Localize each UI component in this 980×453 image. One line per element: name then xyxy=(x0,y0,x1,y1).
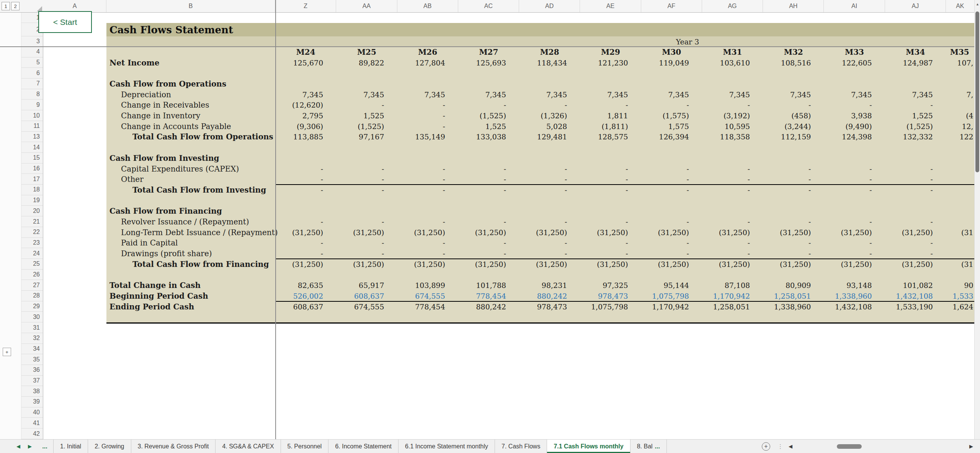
value-cell[interactable]: 1,525 xyxy=(336,110,397,121)
value-cell[interactable]: (31,250) xyxy=(519,227,580,238)
value-cell[interactable]: - xyxy=(641,216,702,227)
value-cell[interactable]: 1,075,798 xyxy=(641,291,702,301)
value-cell[interactable]: 10,595 xyxy=(702,121,763,132)
value-cell-clipped[interactable] xyxy=(946,100,975,111)
value-cell[interactable]: (31,250) xyxy=(763,227,824,238)
column-header-AJ[interactable]: AJ xyxy=(885,0,946,12)
value-cell[interactable]: - xyxy=(397,216,458,227)
value-cell[interactable]: 135,149 xyxy=(397,132,458,142)
value-cell[interactable]: - xyxy=(458,185,519,195)
value-cell[interactable]: (31,250) xyxy=(763,259,824,270)
row-header-41[interactable]: 41 xyxy=(21,418,43,429)
value-cell[interactable]: 124,398 xyxy=(824,132,885,142)
value-cell[interactable]: 1,432,108 xyxy=(824,301,885,312)
value-cell[interactable]: - xyxy=(885,185,946,195)
value-cell[interactable]: (31,250) xyxy=(824,227,885,238)
value-cell[interactable]: 129,481 xyxy=(519,132,580,142)
value-cell[interactable]: 125,670 xyxy=(275,57,336,68)
value-cell[interactable]: - xyxy=(702,216,763,227)
value-cell[interactable]: (31,250) xyxy=(275,227,336,238)
row-header-31[interactable]: 31 xyxy=(21,322,43,333)
row-header-10[interactable]: 10 xyxy=(21,110,43,121)
value-cell[interactable]: - xyxy=(275,174,336,185)
value-cell[interactable]: (3,244) xyxy=(763,121,824,132)
row-header-8[interactable]: 8 xyxy=(21,89,43,100)
row-header-15[interactable]: 15 xyxy=(21,153,43,164)
sheet-tab-3[interactable]: 3. Revenue & Gross Profit xyxy=(131,440,216,453)
value-cell[interactable]: - xyxy=(519,248,580,259)
value-cell[interactable]: - xyxy=(885,216,946,227)
row-label[interactable]: Revolver Issuance / (Repayment) xyxy=(106,216,275,227)
sheet-tab-1[interactable]: 1. Initial xyxy=(53,440,88,453)
value-cell[interactable]: 119,049 xyxy=(641,57,702,68)
value-cell[interactable]: - xyxy=(336,164,397,174)
column-header-AF[interactable]: AF xyxy=(641,0,702,12)
value-cell[interactable]: - xyxy=(397,174,458,185)
sheet-tab-2[interactable]: 2. Growing xyxy=(88,440,131,453)
value-cell[interactable]: 1,258,051 xyxy=(702,301,763,312)
value-cell[interactable]: - xyxy=(519,100,580,111)
row-label[interactable]: Cash Flow from Financing xyxy=(106,206,275,217)
value-cell[interactable]: - xyxy=(519,174,580,185)
column-header-AH[interactable]: AH xyxy=(763,0,824,12)
value-cell[interactable]: - xyxy=(580,238,641,249)
row-header-27[interactable]: 27 xyxy=(21,280,43,291)
value-cell-clipped[interactable] xyxy=(946,185,975,195)
value-cell[interactable]: - xyxy=(885,164,946,174)
row-label[interactable]: Depreciation xyxy=(106,89,275,100)
start-button[interactable]: < Start xyxy=(38,11,92,33)
value-cell[interactable]: (31,250) xyxy=(702,259,763,270)
sheet-tab-10[interactable]: 8. Bal... xyxy=(630,440,667,453)
value-cell[interactable]: 89,822 xyxy=(336,57,397,68)
row-header-4[interactable]: 4 xyxy=(21,47,43,57)
sheet-tab-6[interactable]: 6. Income Statement xyxy=(328,440,399,453)
column-header-AE[interactable]: AE xyxy=(580,0,641,12)
value-cell[interactable]: - xyxy=(519,164,580,174)
value-cell[interactable]: - xyxy=(702,174,763,185)
value-cell[interactable]: - xyxy=(763,248,824,259)
value-cell[interactable]: 1,338,960 xyxy=(824,291,885,301)
outline-level-1-button[interactable]: 1 xyxy=(2,2,10,10)
value-cell[interactable]: - xyxy=(641,164,702,174)
value-cell[interactable]: - xyxy=(458,164,519,174)
value-cell[interactable]: - xyxy=(275,216,336,227)
value-cell[interactable]: 880,242 xyxy=(519,291,580,301)
row-header-14[interactable]: 14 xyxy=(21,142,43,153)
row-header-5[interactable]: 5 xyxy=(21,57,43,68)
sheet-nav-left-icon[interactable]: ◀ xyxy=(15,440,22,453)
value-cell[interactable]: 103,899 xyxy=(397,280,458,291)
value-cell[interactable]: - xyxy=(641,238,702,249)
value-cell[interactable]: (1,326) xyxy=(519,110,580,121)
value-cell[interactable]: - xyxy=(641,174,702,185)
value-cell[interactable]: - xyxy=(824,216,885,227)
row-label[interactable]: Beginning Period Cash xyxy=(106,291,275,301)
scroll-up-icon[interactable]: ▲ xyxy=(975,2,980,6)
value-cell[interactable]: (31,250) xyxy=(397,259,458,270)
column-header-AA[interactable]: AA xyxy=(336,0,397,12)
value-cell-clipped[interactable]: 90 xyxy=(946,280,975,291)
value-cell[interactable]: - xyxy=(519,216,580,227)
value-cell[interactable]: - xyxy=(336,238,397,249)
value-cell[interactable]: - xyxy=(641,185,702,195)
value-cell[interactable]: 103,610 xyxy=(702,57,763,68)
value-cell[interactable]: - xyxy=(519,238,580,249)
value-cell[interactable]: (31,250) xyxy=(702,227,763,238)
row-header-6[interactable]: 6 xyxy=(21,68,43,78)
column-header-B[interactable]: B xyxy=(106,0,275,12)
value-cell-clipped[interactable]: (4 xyxy=(946,110,975,121)
row-label[interactable]: Capital Expenditures (CAPEX) xyxy=(106,164,275,174)
value-cell[interactable]: (31,250) xyxy=(885,259,946,270)
value-cell[interactable]: - xyxy=(885,100,946,111)
row-label[interactable]: Cash Flow from Investing xyxy=(106,153,275,164)
value-cell[interactable]: 7,345 xyxy=(458,89,519,100)
row-header-23[interactable]: 23 xyxy=(21,238,43,249)
row-header-39[interactable]: 39 xyxy=(21,397,43,407)
row-header-7[interactable]: 7 xyxy=(21,78,43,89)
value-cell[interactable]: - xyxy=(580,174,641,185)
hscroll-left-icon[interactable]: ◀ xyxy=(789,440,792,453)
value-cell[interactable]: - xyxy=(580,100,641,111)
value-cell[interactable]: - xyxy=(397,100,458,111)
row-label[interactable]: Other xyxy=(106,174,275,185)
value-cell[interactable]: 122,605 xyxy=(824,57,885,68)
value-cell[interactable]: - xyxy=(336,216,397,227)
